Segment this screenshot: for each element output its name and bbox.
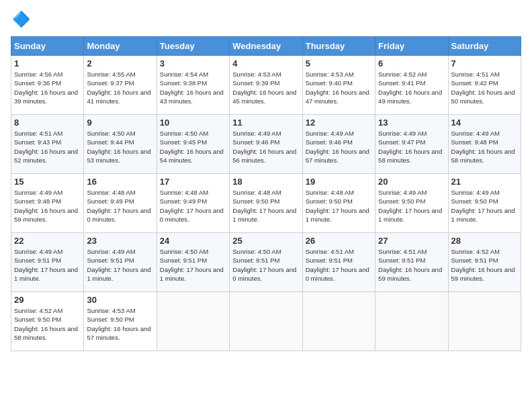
calendar-cell: 7 Sunrise: 4:51 AM Sunset: 9:42 PM Dayli… xyxy=(448,56,521,115)
day-info: Sunrise: 4:49 AM Sunset: 9:46 PM Dayligh… xyxy=(306,129,372,165)
day-number: 15 xyxy=(14,177,81,187)
calendar-cell: 12 Sunrise: 4:49 AM Sunset: 9:46 PM Dayl… xyxy=(302,115,375,174)
day-info: Sunrise: 4:49 AM Sunset: 9:51 PM Dayligh… xyxy=(14,247,81,283)
day-number: 21 xyxy=(451,177,518,187)
day-info: Sunrise: 4:50 AM Sunset: 9:51 PM Dayligh… xyxy=(160,247,226,283)
day-info: Sunrise: 4:49 AM Sunset: 9:48 PM Dayligh… xyxy=(14,188,81,224)
page-header: 🔷 xyxy=(11,11,521,30)
calendar-cell: 14 Sunrise: 4:49 AM Sunset: 9:48 PM Dayl… xyxy=(448,115,521,174)
day-info: Sunrise: 4:49 AM Sunset: 9:50 PM Dayligh… xyxy=(378,188,445,224)
calendar-cell: 21 Sunrise: 4:49 AM Sunset: 9:50 PM Dayl… xyxy=(448,174,521,233)
day-info: Sunrise: 4:50 AM Sunset: 9:51 PM Dayligh… xyxy=(232,247,299,283)
day-info: Sunrise: 4:55 AM Sunset: 9:37 PM Dayligh… xyxy=(87,70,153,105)
day-number: 16 xyxy=(87,177,153,187)
calendar-cell: 27 Sunrise: 4:51 AM Sunset: 9:51 PM Dayl… xyxy=(375,233,448,292)
calendar-cell: 24 Sunrise: 4:50 AM Sunset: 9:51 PM Dayl… xyxy=(157,233,229,292)
day-info: Sunrise: 4:49 AM Sunset: 9:51 PM Dayligh… xyxy=(87,247,153,283)
day-info: Sunrise: 4:51 AM Sunset: 9:51 PM Dayligh… xyxy=(378,247,445,283)
day-info: Sunrise: 4:51 AM Sunset: 9:42 PM Dayligh… xyxy=(451,70,518,105)
calendar-body: 1 Sunrise: 4:56 AM Sunset: 9:36 PM Dayli… xyxy=(11,56,521,351)
calendar-cell: 8 Sunrise: 4:51 AM Sunset: 9:43 PM Dayli… xyxy=(11,115,84,174)
col-thursday: Thursday xyxy=(302,37,375,56)
day-number: 23 xyxy=(87,236,153,246)
day-info: Sunrise: 4:53 AM Sunset: 9:50 PM Dayligh… xyxy=(87,306,153,342)
day-number: 9 xyxy=(87,118,153,128)
calendar-cell: 30 Sunrise: 4:53 AM Sunset: 9:50 PM Dayl… xyxy=(84,292,157,351)
day-info: Sunrise: 4:51 AM Sunset: 9:43 PM Dayligh… xyxy=(14,129,81,165)
day-info: Sunrise: 4:54 AM Sunset: 9:38 PM Dayligh… xyxy=(160,70,226,105)
day-number: 27 xyxy=(378,236,445,246)
day-number: 5 xyxy=(306,58,372,68)
calendar-cell xyxy=(157,292,229,351)
day-info: Sunrise: 4:52 AM Sunset: 9:51 PM Dayligh… xyxy=(451,247,518,283)
day-number: 10 xyxy=(160,118,226,128)
calendar-cell: 5 Sunrise: 4:53 AM Sunset: 9:40 PM Dayli… xyxy=(302,56,375,115)
calendar-cell xyxy=(448,292,521,351)
calendar-cell: 3 Sunrise: 4:54 AM Sunset: 9:38 PM Dayli… xyxy=(157,56,229,115)
day-number: 13 xyxy=(378,118,445,128)
day-number: 11 xyxy=(232,118,299,128)
day-number: 14 xyxy=(451,118,518,128)
day-number: 30 xyxy=(87,295,153,305)
day-info: Sunrise: 4:52 AM Sunset: 9:50 PM Dayligh… xyxy=(14,306,81,342)
calendar-cell: 16 Sunrise: 4:48 AM Sunset: 9:49 PM Dayl… xyxy=(84,174,157,233)
day-info: Sunrise: 4:53 AM Sunset: 9:39 PM Dayligh… xyxy=(232,70,299,105)
day-number: 12 xyxy=(306,118,372,128)
logo: 🔷 xyxy=(11,11,32,30)
day-info: Sunrise: 4:49 AM Sunset: 9:50 PM Dayligh… xyxy=(451,188,518,224)
day-info: Sunrise: 4:48 AM Sunset: 9:50 PM Dayligh… xyxy=(232,188,299,224)
calendar-table: Sunday Monday Tuesday Wednesday Thursday… xyxy=(11,36,521,351)
calendar-cell: 23 Sunrise: 4:49 AM Sunset: 9:51 PM Dayl… xyxy=(84,233,157,292)
col-saturday: Saturday xyxy=(448,37,521,56)
day-info: Sunrise: 4:51 AM Sunset: 9:51 PM Dayligh… xyxy=(306,247,372,283)
calendar-cell: 4 Sunrise: 4:53 AM Sunset: 9:39 PM Dayli… xyxy=(230,56,302,115)
col-tuesday: Tuesday xyxy=(157,37,229,56)
calendar-cell: 28 Sunrise: 4:52 AM Sunset: 9:51 PM Dayl… xyxy=(448,233,521,292)
day-number: 28 xyxy=(451,236,518,246)
day-number: 20 xyxy=(378,177,445,187)
col-sunday: Sunday xyxy=(11,37,84,56)
calendar-cell: 25 Sunrise: 4:50 AM Sunset: 9:51 PM Dayl… xyxy=(230,233,302,292)
calendar-cell: 18 Sunrise: 4:48 AM Sunset: 9:50 PM Dayl… xyxy=(230,174,302,233)
day-info: Sunrise: 4:52 AM Sunset: 9:41 PM Dayligh… xyxy=(378,70,445,105)
day-number: 22 xyxy=(14,236,81,246)
calendar-cell: 11 Sunrise: 4:49 AM Sunset: 9:46 PM Dayl… xyxy=(230,115,302,174)
day-info: Sunrise: 4:56 AM Sunset: 9:36 PM Dayligh… xyxy=(14,70,81,105)
day-info: Sunrise: 4:49 AM Sunset: 9:48 PM Dayligh… xyxy=(451,129,518,165)
calendar-cell: 29 Sunrise: 4:52 AM Sunset: 9:50 PM Dayl… xyxy=(11,292,84,351)
calendar-cell: 2 Sunrise: 4:55 AM Sunset: 9:37 PM Dayli… xyxy=(84,56,157,115)
day-number: 19 xyxy=(306,177,372,187)
day-number: 29 xyxy=(14,295,81,305)
day-number: 18 xyxy=(232,177,299,187)
calendar-cell xyxy=(230,292,302,351)
col-friday: Friday xyxy=(375,37,448,56)
calendar-cell: 26 Sunrise: 4:51 AM Sunset: 9:51 PM Dayl… xyxy=(302,233,375,292)
calendar-cell: 6 Sunrise: 4:52 AM Sunset: 9:41 PM Dayli… xyxy=(375,56,448,115)
day-number: 7 xyxy=(451,58,518,68)
day-number: 8 xyxy=(14,118,81,128)
svg-text:🔷: 🔷 xyxy=(12,11,30,28)
day-info: Sunrise: 4:48 AM Sunset: 9:50 PM Dayligh… xyxy=(306,188,372,224)
calendar-cell: 13 Sunrise: 4:49 AM Sunset: 9:47 PM Dayl… xyxy=(375,115,448,174)
day-number: 25 xyxy=(232,236,299,246)
day-number: 6 xyxy=(378,58,445,68)
day-number: 2 xyxy=(87,58,153,68)
calendar-header: Sunday Monday Tuesday Wednesday Thursday… xyxy=(11,37,521,56)
calendar-cell: 20 Sunrise: 4:49 AM Sunset: 9:50 PM Dayl… xyxy=(375,174,448,233)
col-wednesday: Wednesday xyxy=(230,37,302,56)
calendar-cell xyxy=(302,292,375,351)
calendar-cell xyxy=(375,292,448,351)
day-info: Sunrise: 4:48 AM Sunset: 9:49 PM Dayligh… xyxy=(160,188,226,224)
calendar-cell: 19 Sunrise: 4:48 AM Sunset: 9:50 PM Dayl… xyxy=(302,174,375,233)
day-info: Sunrise: 4:49 AM Sunset: 9:46 PM Dayligh… xyxy=(232,129,299,165)
calendar-cell: 17 Sunrise: 4:48 AM Sunset: 9:49 PM Dayl… xyxy=(157,174,229,233)
day-number: 1 xyxy=(14,58,81,68)
day-number: 3 xyxy=(160,58,226,68)
day-number: 4 xyxy=(232,58,299,68)
day-number: 17 xyxy=(160,177,226,187)
day-number: 24 xyxy=(160,236,226,246)
day-number: 26 xyxy=(306,236,372,246)
col-monday: Monday xyxy=(84,37,157,56)
calendar-cell: 22 Sunrise: 4:49 AM Sunset: 9:51 PM Dayl… xyxy=(11,233,84,292)
day-info: Sunrise: 4:49 AM Sunset: 9:47 PM Dayligh… xyxy=(378,129,445,165)
